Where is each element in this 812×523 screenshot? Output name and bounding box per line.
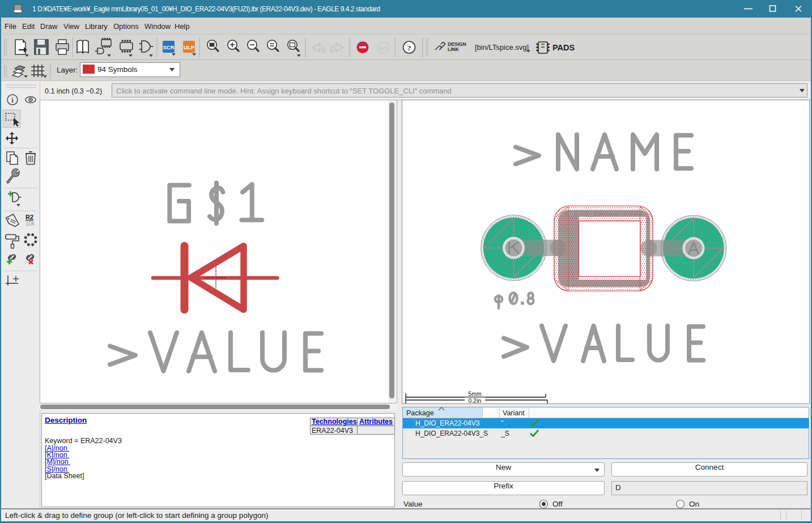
svg-text:LINK: LINK	[448, 46, 460, 52]
svg-text:[bin/LTspice.svg]: [bin/LTspice.svg]	[475, 43, 529, 52]
svg-text:5mm: 5mm	[468, 390, 482, 397]
svg-text:PADS: PADS	[552, 43, 575, 52]
svg-text:0.2in: 0.2in	[469, 397, 482, 404]
svg-text:?: ?	[407, 44, 411, 52]
svg-text:H_DIO_ERA22-04V3: H_DIO_ERA22-04V3	[564, 210, 643, 218]
